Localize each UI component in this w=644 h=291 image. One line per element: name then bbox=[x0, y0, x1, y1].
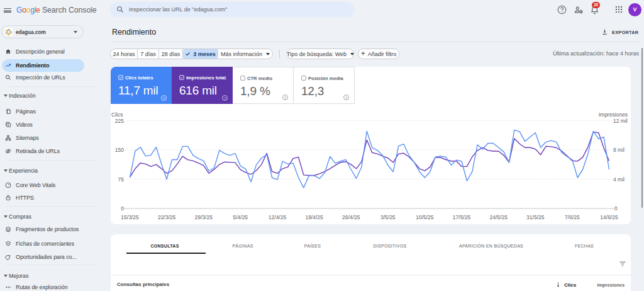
svg-text:17/5/25: 17/5/25 bbox=[453, 214, 471, 220]
svg-text:8 mil: 8 mil bbox=[613, 147, 625, 153]
svg-text:29/3/25: 29/3/25 bbox=[195, 214, 213, 220]
svg-text:12 mil: 12 mil bbox=[613, 118, 628, 124]
svg-text:4 mil: 4 mil bbox=[613, 176, 625, 183]
svg-text:31/5/25: 31/5/25 bbox=[526, 214, 545, 220]
svg-text:15/3/25: 15/3/25 bbox=[121, 214, 139, 220]
svg-text:22/3/25: 22/3/25 bbox=[158, 214, 176, 220]
svg-text:14/6/25: 14/6/25 bbox=[600, 214, 618, 220]
svg-text:7/6/25: 7/6/25 bbox=[565, 214, 580, 220]
svg-text:3/5/25: 3/5/25 bbox=[380, 214, 396, 220]
svg-text:Impresiones: Impresiones bbox=[599, 111, 628, 118]
svg-text:150: 150 bbox=[115, 147, 124, 153]
svg-text:26/4/25: 26/4/25 bbox=[342, 214, 360, 220]
svg-text:24/5/25: 24/5/25 bbox=[490, 214, 508, 220]
svg-text:Clics: Clics bbox=[111, 111, 123, 118]
svg-text:19/4/25: 19/4/25 bbox=[305, 214, 323, 220]
svg-text:5/4/25: 5/4/25 bbox=[233, 214, 248, 220]
svg-text:10/5/25: 10/5/25 bbox=[416, 214, 434, 220]
svg-text:12/4/25: 12/4/25 bbox=[269, 214, 287, 220]
svg-text:75: 75 bbox=[118, 176, 125, 183]
svg-text:225: 225 bbox=[115, 118, 124, 124]
